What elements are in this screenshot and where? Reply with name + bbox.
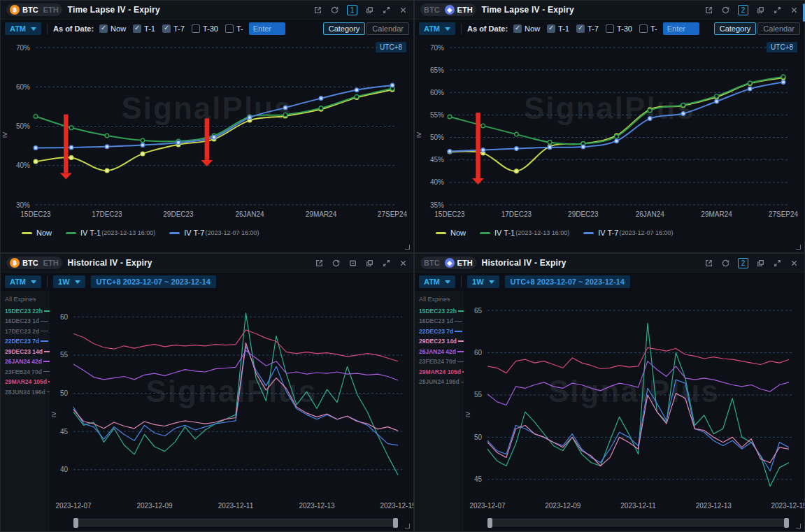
period-dropdown[interactable]: 1W (53, 275, 85, 288)
expiry-label: 28JUN24 196d (5, 389, 45, 396)
legend-item-now[interactable]: Now (22, 229, 52, 237)
expiry-item-29dec23-14d[interactable]: 29DEC23 14d (5, 348, 46, 355)
checkbox-box[interactable] (225, 24, 234, 33)
y-tick-label: 60% (430, 89, 444, 96)
resize-handle[interactable] (405, 245, 410, 250)
expiry-item-23feb24-70d[interactable]: 23FEB24 70d (5, 368, 46, 375)
atm-dropdown[interactable]: ATM (419, 275, 455, 288)
category-view-button[interactable]: Category (714, 22, 757, 35)
atm-dropdown[interactable]: ATM (419, 22, 455, 35)
series-line-15dec23-22h (487, 323, 789, 486)
checkbox-t-1[interactable]: T-1 (133, 24, 155, 33)
date-range-value[interactable]: UTC+8 2023-12-07 ~ 2023-12-14 (91, 275, 216, 288)
expiry-item-22dec23-7d[interactable]: 22DEC23 7d (5, 338, 46, 345)
t-custom-input[interactable] (663, 22, 699, 35)
close-icon[interactable] (790, 6, 799, 15)
expiry-items: 15DEC23 22h16DEC23 1d17DEC23 2d22DEC23 7… (5, 308, 46, 396)
period-dropdown[interactable]: 1W (467, 275, 499, 288)
legend-item-iv-t-7[interactable]: IV T-7(2023-12-07 16:00) (583, 229, 673, 237)
checkbox-t-30[interactable]: T-30 (192, 24, 218, 33)
fullscreen-icon[interactable] (773, 6, 782, 15)
checkbox-box[interactable] (99, 24, 108, 33)
coin-tab-btc[interactable]: BTC (424, 259, 440, 267)
resize-handle[interactable] (796, 524, 801, 529)
expiry-item-26jan24-42d[interactable]: 26JAN24 42d (419, 348, 460, 355)
fullscreen-icon[interactable] (382, 6, 391, 15)
checkbox-box[interactable] (547, 24, 555, 33)
calendar-view-button[interactable]: Calendar (757, 22, 800, 35)
date-range-value[interactable]: UTC+8 2023-12-07 ~ 2023-12-14 (505, 275, 630, 288)
checkbox-t-7[interactable]: T-7 (162, 24, 185, 33)
checkbox-box[interactable] (513, 24, 522, 33)
checkbox-box[interactable] (133, 24, 141, 33)
duplicate-icon[interactable] (756, 259, 765, 268)
expiry-item-29mar24-105d[interactable]: 29MAR24 105d (5, 378, 46, 385)
share-icon[interactable] (704, 259, 713, 268)
checkbox-now[interactable]: Now (513, 24, 540, 33)
legend-item-iv-t-1[interactable]: IV T-1(2023-12-13 16:00) (480, 229, 569, 237)
t-custom-input[interactable] (249, 22, 285, 35)
coin-tab-btc[interactable]: BTC (424, 6, 440, 14)
checkbox-box[interactable] (162, 24, 171, 33)
coin-tab-eth[interactable]: ETH (43, 259, 59, 267)
resize-handle[interactable] (796, 245, 801, 250)
refresh-icon[interactable] (721, 259, 730, 268)
expiry-item-22dec23-7d[interactable]: 22DEC23 7d (419, 328, 460, 335)
expiry-item-26jan24-42d[interactable]: 26JAN24 42d (5, 358, 46, 365)
checkbox-box[interactable] (639, 24, 648, 33)
checkbox-t-7[interactable]: T-7 (576, 24, 599, 33)
calendar-view-button[interactable]: Calendar (366, 22, 409, 35)
checkbox-t-30[interactable]: T-30 (606, 24, 632, 33)
close-icon[interactable] (399, 6, 408, 15)
category-view-button[interactable]: Category (323, 22, 366, 35)
legend-item-iv-t-7[interactable]: IV T-7(2023-12-07 16:00) (169, 229, 259, 237)
atm-dropdown[interactable]: ATM (5, 275, 41, 288)
close-icon[interactable] (399, 259, 408, 268)
coin-tab-btc[interactable]: ฿BTC (10, 258, 38, 268)
refresh-icon[interactable] (721, 6, 730, 15)
refresh-icon[interactable] (330, 6, 339, 15)
checkbox-box[interactable] (576, 24, 585, 33)
expiry-item-15dec23-22h[interactable]: 15DEC23 22h (5, 308, 46, 315)
window-count-badge[interactable]: 2 (738, 258, 748, 268)
coin-tab-eth[interactable]: ETH (43, 6, 59, 14)
checkbox-now[interactable]: Now (99, 24, 126, 33)
expiry-item-29mar24-105d[interactable]: 29MAR24 105d (419, 368, 460, 375)
expiry-item-16dec23-1d[interactable]: 16DEC23 1d (5, 317, 46, 324)
coin-tab-btc[interactable]: ฿BTC (10, 5, 38, 15)
expiry-item-23feb24-70d[interactable]: 23FEB24 70d (419, 358, 460, 365)
window-count-badge[interactable]: 1 (347, 5, 357, 15)
series-marker (715, 94, 719, 99)
folder-icon[interactable] (348, 259, 357, 268)
atm-dropdown[interactable]: ATM (5, 22, 41, 35)
window-count-badge[interactable]: 2 (738, 5, 748, 15)
duplicate-icon[interactable] (365, 6, 374, 15)
duplicate-icon[interactable] (756, 6, 765, 15)
expiry-item-28jun24-196d[interactable]: 28JUN24 196d (419, 378, 460, 385)
checkbox-t[interactable]: T- (639, 24, 657, 33)
legend-label: Now (450, 229, 466, 237)
expiry-item-16dec23-1d[interactable]: 16DEC23 1d (419, 317, 460, 324)
fullscreen-icon[interactable] (773, 259, 782, 268)
checkbox-t-1[interactable]: T-1 (547, 24, 569, 33)
legend-item-iv-t-1[interactable]: IV T-1(2023-12-13 16:00) (66, 229, 155, 237)
checkbox-box[interactable] (192, 24, 200, 33)
expiry-item-17dec23-2d[interactable]: 17DEC23 2d (5, 328, 46, 335)
share-icon[interactable] (704, 6, 713, 15)
legend-item-now[interactable]: Now (436, 229, 466, 237)
expiry-item-28jun24-196d[interactable]: 28JUN24 196d (5, 389, 46, 396)
duplicate-icon[interactable] (365, 259, 374, 268)
checkbox-t[interactable]: T- (225, 24, 243, 33)
coin-tab-eth[interactable]: ◆ETH (445, 258, 473, 268)
close-icon[interactable] (790, 259, 799, 268)
checkbox-box[interactable] (606, 24, 614, 33)
refresh-icon[interactable] (332, 259, 341, 268)
coin-tab-eth[interactable]: ◆ETH (445, 5, 473, 15)
expiry-item-29dec23-14d[interactable]: 29DEC23 14d (419, 338, 460, 345)
share-icon[interactable] (313, 6, 322, 15)
fullscreen-icon[interactable] (382, 259, 391, 268)
expiry-item-15dec23-22h[interactable]: 15DEC23 22h (419, 308, 460, 315)
share-icon[interactable] (315, 259, 324, 268)
resize-handle[interactable] (405, 524, 410, 529)
legend-swatch (583, 232, 594, 234)
